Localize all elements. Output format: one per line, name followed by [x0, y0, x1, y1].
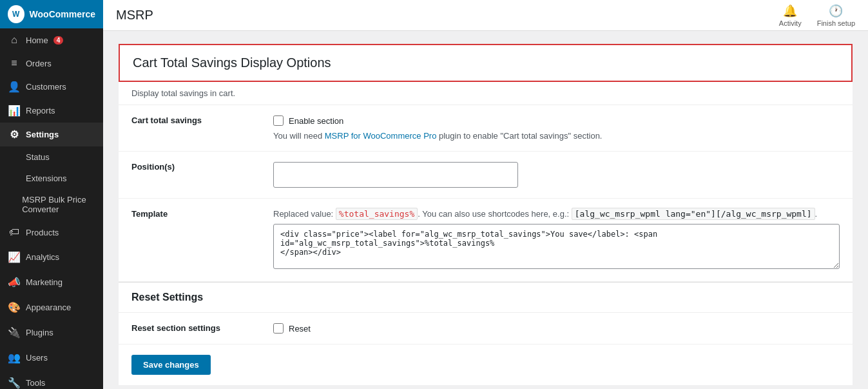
sidebar-item-settings-label: Settings: [26, 130, 59, 139]
sidebar-logo-label: WooCommerce: [30, 9, 95, 19]
template-shortcode: [alg_wc_msrp_wpml lang="en"][/alg_wc_msr…: [572, 208, 815, 220]
sidebar-item-extensions-label: Extensions: [26, 174, 67, 183]
home-icon: ⌂: [8, 34, 21, 46]
reset-section-settings-label: Reset section settings: [131, 323, 220, 333]
section-title: Cart Total Savings Display Options: [133, 55, 838, 70]
sidebar-section-users-label: Users: [26, 353, 48, 363]
sidebar-item-orders[interactable]: ≡ Orders: [0, 52, 103, 75]
products-icon: 🏷: [8, 226, 21, 238]
users-icon: 👥: [8, 352, 21, 364]
sidebar-section-tools[interactable]: 🔧 Tools: [0, 370, 103, 389]
reset-section-header: Reset Settings: [119, 282, 853, 313]
sidebar-item-customers-label: Customers: [26, 82, 66, 92]
enable-section-checkbox-label[interactable]: Enable section: [289, 116, 343, 126]
sidebar-item-home[interactable]: ⌂ Home 4: [0, 28, 103, 52]
appearance-icon: 🎨: [8, 301, 21, 314]
sidebar-item-home-label: Home: [26, 35, 48, 45]
finish-setup-button[interactable]: 🕐 Finish setup: [817, 4, 855, 27]
cart-total-savings-label: Cart total savings: [131, 115, 202, 125]
reset-section-settings-row: Reset section settings Reset: [119, 313, 853, 344]
reports-icon: 📊: [8, 105, 21, 117]
sidebar-section-marketing-label: Marketing: [26, 277, 63, 287]
sidebar-item-reports-label: Reports: [26, 106, 55, 115]
positions-label: Position(s): [131, 162, 175, 172]
template-desc-end: .: [815, 209, 818, 219]
template-code: %total_savings%: [336, 208, 418, 220]
sidebar-section-products-label: Products: [26, 228, 59, 237]
section-subtitle: Display total savings in cart.: [119, 82, 853, 105]
activity-label: Activity: [779, 19, 802, 27]
template-label: Template: [131, 209, 168, 219]
customers-icon: 👤: [8, 81, 21, 93]
enable-section-row: Enable section: [273, 115, 840, 126]
sidebar-item-extensions[interactable]: Extensions: [0, 168, 103, 189]
sidebar-section-users[interactable]: 👥 Users: [0, 345, 103, 370]
sidebar-item-orders-label: Orders: [26, 59, 52, 68]
finish-setup-label: Finish setup: [817, 19, 855, 27]
template-textarea[interactable]: <div class="price"><label for="alg_wc_ms…: [273, 224, 840, 269]
activity-button[interactable]: 🔔 Activity: [779, 4, 802, 27]
reset-row: Reset: [273, 323, 840, 334]
info-text-before: You will need: [273, 131, 325, 141]
sidebar-item-status[interactable]: Status: [0, 146, 103, 168]
sidebar-section-products[interactable]: 🏷 Products: [0, 220, 103, 244]
woocommerce-logo-icon: W: [8, 5, 24, 23]
sidebar-section-plugins-label: Plugins: [26, 328, 53, 337]
reset-settings-table: Reset section settings Reset: [119, 313, 853, 344]
info-text-after: plugin to enable "Cart total savings" se…: [436, 131, 602, 141]
finish-setup-icon: 🕐: [829, 4, 843, 18]
sidebar-logo[interactable]: W WooCommerce: [0, 0, 103, 28]
enable-section-checkbox[interactable]: [273, 115, 284, 126]
sidebar-section-analytics[interactable]: 📈 Analytics: [0, 244, 103, 270]
sidebar-item-msrp-bulk[interactable]: MSRP Bulk Price Converter: [0, 189, 103, 220]
template-desc-before: Replaced value:: [273, 209, 336, 219]
template-row: Template Replaced value: %total_savings%…: [119, 199, 853, 282]
template-description: Replaced value: %total_savings%. You can…: [273, 209, 840, 219]
save-changes-button[interactable]: Save changes: [131, 355, 211, 375]
sidebar-section-appearance[interactable]: 🎨 Appearance: [0, 295, 103, 320]
content-area: Cart Total Savings Display Options Displ…: [103, 31, 868, 389]
topbar: MSRP 🔔 Activity 🕐 Finish setup: [103, 0, 868, 31]
save-row: Save changes: [119, 344, 853, 385]
cart-savings-info: You will need MSRP for WooCommerce Pro p…: [273, 131, 840, 141]
sidebar-item-settings[interactable]: ⚙ Settings: [0, 123, 103, 146]
sidebar-item-msrp-bulk-label: MSRP Bulk Price Converter: [22, 195, 95, 214]
settings-icon: ⚙: [8, 128, 21, 141]
sidebar-section-appearance-label: Appearance: [26, 303, 71, 312]
settings-table: Cart total savings Enable section You wi…: [119, 105, 853, 282]
topbar-actions: 🔔 Activity 🕐 Finish setup: [779, 4, 855, 27]
sidebar-section-plugins[interactable]: 🔌 Plugins: [0, 320, 103, 345]
page-title: MSRP: [116, 8, 153, 23]
sidebar-item-reports[interactable]: 📊 Reports: [0, 99, 103, 123]
reset-checkbox-label[interactable]: Reset: [289, 324, 311, 334]
main-area: MSRP 🔔 Activity 🕐 Finish setup Cart Tota…: [103, 0, 868, 389]
analytics-icon: 📈: [8, 251, 21, 263]
tools-icon: 🔧: [8, 377, 21, 389]
sidebar-item-status-label: Status: [26, 152, 50, 162]
cart-total-savings-row: Cart total savings Enable section You wi…: [119, 105, 853, 152]
plugins-icon: 🔌: [8, 326, 21, 339]
sidebar: W WooCommerce ⌂ Home 4 ≡ Orders 👤 Custom…: [0, 0, 103, 389]
orders-icon: ≡: [8, 57, 21, 69]
msrp-pro-link[interactable]: MSRP for WooCommerce Pro: [325, 131, 437, 141]
template-desc-middle: . You can also use shortcodes here, e.g.…: [418, 209, 572, 219]
sidebar-item-customers[interactable]: 👤 Customers: [0, 75, 103, 99]
activity-icon: 🔔: [783, 4, 797, 18]
section-header: Cart Total Savings Display Options: [119, 44, 853, 82]
marketing-icon: 📣: [8, 276, 21, 288]
home-badge: 4: [53, 36, 64, 45]
sidebar-section-tools-label: Tools: [26, 378, 45, 388]
sidebar-section-marketing[interactable]: 📣 Marketing: [0, 270, 103, 295]
reset-section-title: Reset Settings: [131, 292, 203, 303]
sidebar-section-analytics-label: Analytics: [26, 252, 59, 262]
positions-row: Position(s): [119, 152, 853, 199]
reset-checkbox[interactable]: [273, 323, 284, 334]
positions-input[interactable]: [273, 162, 518, 188]
